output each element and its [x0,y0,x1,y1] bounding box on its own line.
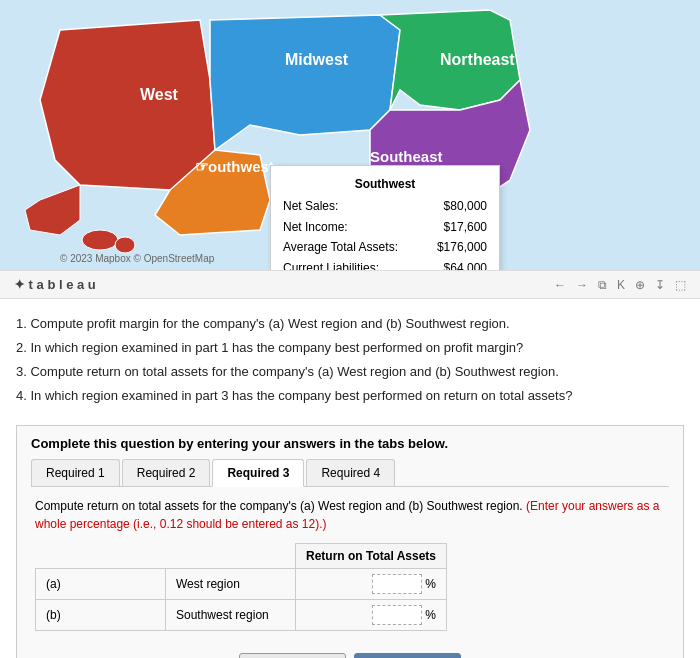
tooltip-value-2: $17,600 [444,217,487,237]
question-1: 1. Compute profit margin for the company… [16,313,684,335]
tooltip-row-1: Net Sales: $80,000 [283,196,487,216]
mapbox-credit: © 2023 Mapbox © OpenStreetMap [60,253,214,264]
tooltip-value-4: $64,000 [444,258,487,270]
required3-content: Compute return on total assets for the c… [31,497,669,658]
tableau-brand: ✦ t a b l e a u [14,277,96,292]
tabs-row: Required 1 Required 2 Required 3 Require… [31,459,669,487]
svg-point-7 [82,230,118,250]
svg-marker-1 [40,20,215,190]
tooltip-label-2: Net Income: [283,217,348,237]
midwest-label: Midwest [285,51,349,68]
question-section: 1. Compute profit margin for the company… [0,299,700,417]
southeast-label: Southeast [370,148,443,165]
tooltip-label-1: Net Sales: [283,196,338,216]
answer-table: Return on Total Assets (a) West region %… [35,543,447,631]
tab-required-3[interactable]: Required 3 [212,459,304,487]
table-header: Return on Total Assets [296,544,447,569]
tooltip-row-3: Average Total Assets: $176,000 [283,237,487,257]
table-row-southwest: (b) Southwest region % [36,600,447,631]
tooltip-value-3: $176,000 [437,237,487,257]
west-input-cell[interactable]: % [296,569,447,600]
share-icon[interactable]: ⊕ [635,278,645,292]
question-3: 3. Compute return on total assets for th… [16,361,684,383]
tooltip-label-3: Average Total Assets: [283,237,398,257]
tableau-bar: ✦ t a b l e a u ← → ⧉ K ⊕ ↧ ⬚ [0,270,700,299]
west-return-input[interactable] [372,574,422,594]
complete-instruction: Complete this question by entering your … [31,436,669,451]
southwest-return-input[interactable] [372,605,422,625]
tooltip-row-4: Current Liabilities: $64,000 [283,258,487,270]
region-name-west: West region [166,569,296,600]
map-tooltip: Southwest Net Sales: $80,000 Net Income:… [270,165,500,270]
complete-box: Complete this question by entering your … [16,425,684,658]
tooltip-value-1: $80,000 [444,196,487,216]
nav-buttons: < Required 2 Required 4 > [35,645,665,658]
northeast-label: Northeast [440,51,515,68]
southwest-percent-symbol: % [425,608,436,622]
tooltip-label-4: Current Liabilities: [283,258,379,270]
region-label-a: (a) [36,569,166,600]
svg-point-8 [115,237,135,253]
southwest-map-label: ☞outhwest [195,158,274,175]
question-4: 4. In which region examined in part 3 ha… [16,385,684,407]
back-icon[interactable]: ← [554,278,566,292]
tooltip-row-2: Net Income: $17,600 [283,217,487,237]
west-percent-symbol: % [425,577,436,591]
tableau-icons: ← → ⧉ K ⊕ ↧ ⬚ [554,278,686,292]
prev-button[interactable]: < Required 2 [239,653,346,658]
fit-icon[interactable]: K [617,278,625,292]
required3-description: Compute return on total assets for the c… [35,497,665,533]
forward-icon[interactable]: → [576,278,588,292]
tab-required-1[interactable]: Required 1 [31,459,120,486]
tab-required-4[interactable]: Required 4 [306,459,395,486]
question-2: 2. In which region examined in part 1 ha… [16,337,684,359]
region-label-b: (b) [36,600,166,631]
download-icon[interactable]: ↧ [655,278,665,292]
west-label: West [140,86,179,103]
next-button[interactable]: Required 4 > [354,653,461,658]
fullscreen-icon[interactable]: ⬚ [675,278,686,292]
map-section: West Midwest Northeast ☞outhwest Southea… [0,0,700,270]
tab-required-2[interactable]: Required 2 [122,459,211,486]
copy-icon[interactable]: ⧉ [598,278,607,292]
southwest-input-cell[interactable]: % [296,600,447,631]
tooltip-title: Southwest [283,174,487,194]
table-row-west: (a) West region % [36,569,447,600]
region-name-southwest: Southwest region [166,600,296,631]
